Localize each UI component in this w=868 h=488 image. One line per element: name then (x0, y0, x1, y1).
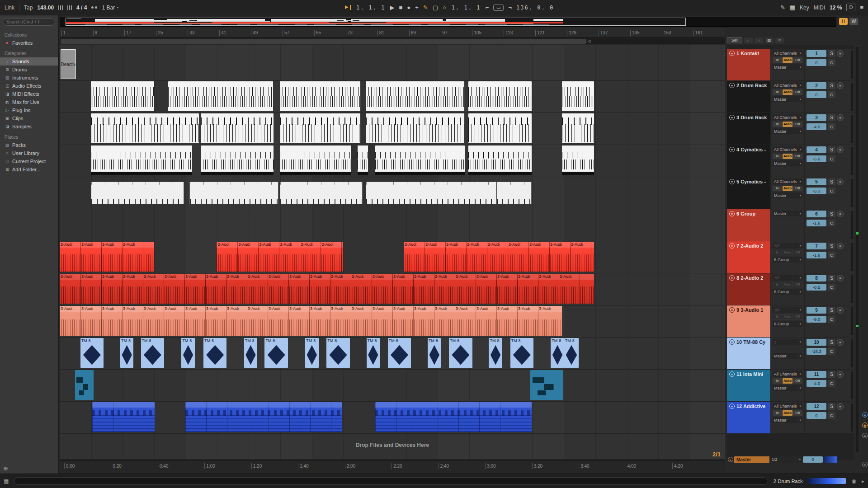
track-name-cell[interactable]: ▾12 Addictive (727, 402, 770, 433)
monitor-off-button[interactable]: Off (793, 410, 802, 416)
arm-button[interactable]: ● (837, 403, 844, 410)
stop-button[interactable]: ■ (399, 4, 402, 11)
monitor-off-button[interactable]: Off (793, 378, 802, 384)
record-button[interactable]: ● (407, 4, 410, 11)
routing-menu[interactable]: All Channels▾ (773, 371, 802, 377)
master-unfold-icon[interactable]: ▸ (728, 457, 733, 462)
loop-button[interactable]: ▭ (493, 5, 504, 11)
nudge-down-button[interactable] (58, 5, 63, 10)
track-header-row-8[interactable]: ▾8 2-Audio 21/2▾InAutoOff6-Group▾8S●-0.5… (727, 273, 854, 305)
monitor-auto-button[interactable]: Auto (783, 250, 792, 255)
track-name-cell[interactable]: ▾4 Cymatics - (727, 145, 770, 177)
unfold-icon[interactable]: ▾ (729, 83, 735, 88)
monitor-auto-button[interactable]: Auto (783, 122, 792, 127)
pan-field[interactable]: C (828, 316, 835, 323)
follow-icon[interactable] (345, 5, 352, 10)
track-lane-8[interactable]: 2-Audi2-Audi2-Audi2-Audi2-Audi2-Audi2-Au… (60, 273, 725, 305)
clip[interactable]: TM-8 (489, 338, 502, 368)
unfold-icon[interactable]: ▾ (729, 275, 735, 281)
arm-button[interactable]: ● (837, 211, 844, 217)
nudge-up-button[interactable] (67, 5, 72, 10)
monitor-in-button[interactable]: In (773, 57, 782, 63)
arm-button[interactable]: ● (837, 307, 844, 314)
track-name-cell[interactable]: ▾7 2-Audio 2 (727, 241, 770, 273)
track-name-cell[interactable]: ▾6 Group (727, 209, 770, 241)
clip[interactable] (562, 145, 594, 175)
master-pan-meter[interactable] (824, 456, 837, 463)
track-activator-button[interactable]: 8 (807, 275, 826, 282)
monitor-in-button[interactable]: In (773, 122, 782, 127)
search-input[interactable] (3, 18, 55, 26)
sidebar-item-user-library[interactable]: ○User Library (0, 149, 58, 157)
volume-field[interactable]: 0 (807, 91, 826, 98)
solo-button[interactable]: S (828, 178, 835, 185)
monitor-off-button[interactable]: Off (793, 154, 802, 159)
clip[interactable] (468, 113, 532, 143)
monitor-in-button[interactable]: In (773, 410, 782, 416)
clip[interactable]: TM-8 (244, 338, 257, 368)
monitor-auto-button[interactable]: Auto (783, 186, 792, 191)
clip[interactable] (358, 145, 368, 175)
routing-menu[interactable]: All Channels▾ (773, 403, 802, 409)
sidebar-item-clips[interactable]: ▣Clips (0, 114, 58, 122)
track-activator-button[interactable]: 1 (807, 50, 826, 57)
unfold-icon[interactable]: ▾ (729, 339, 735, 345)
solo-button[interactable]: S (828, 82, 835, 89)
clip[interactable] (366, 81, 464, 111)
clip[interactable]: TM-8 (510, 338, 534, 368)
clip[interactable]: TM-8 (141, 338, 165, 368)
clip[interactable]: TM-8 (367, 338, 380, 368)
routing-menu[interactable]: Master▾ (773, 128, 802, 134)
clip[interactable] (91, 113, 198, 143)
track-header-row-3[interactable]: ▾3 Drum RackAll Channels▾InAutoOffMaster… (727, 113, 854, 145)
monitor-auto-button[interactable]: Auto (783, 378, 792, 384)
scroll-handle[interactable] (61, 39, 586, 44)
clip[interactable]: TM-8 (326, 338, 350, 368)
track-lane-9[interactable]: 3-Audi3-Audi3-Audi3-Audi3-Audi3-Audi3-Au… (60, 305, 725, 338)
track-activator-button[interactable]: 11 (807, 371, 826, 378)
clip[interactable] (189, 182, 278, 204)
automation-arm-icon[interactable]: ✎ (780, 4, 785, 11)
arm-button[interactable]: ● (837, 146, 844, 153)
hide-button[interactable]: H (839, 18, 848, 25)
unfold-icon[interactable]: ▾ (729, 371, 735, 377)
clip[interactable] (91, 182, 184, 204)
monitor-in-button[interactable]: In (773, 282, 782, 287)
routing-menu[interactable]: 1/2▾ (773, 307, 802, 313)
routing-menu[interactable]: Master▾ (773, 417, 802, 423)
routing-menu[interactable]: 6-Group▾ (773, 321, 802, 327)
track-name-cell[interactable]: ▾1 Kontakt (727, 49, 770, 80)
monitor-auto-button[interactable]: Auto (783, 57, 792, 63)
routing-menu[interactable]: Master▾ (773, 211, 802, 216)
clip[interactable]: 2-Audi2-Audi2-Audi2-Audi2-Audi2-Audi2-Au… (60, 274, 594, 304)
master-track-row[interactable]: ▸ Master 1/2 ▾ 0 (727, 455, 854, 464)
volume-field[interactable]: -1.6 (807, 220, 826, 226)
status-circle-icon[interactable]: ◉ (851, 478, 856, 484)
arm-button[interactable]: ● (837, 114, 844, 121)
forward-icon[interactable]: → (755, 38, 763, 43)
solo-button[interactable]: S (828, 307, 835, 314)
sends-show-icon[interactable]: ◉ (862, 422, 868, 428)
routing-menu[interactable]: Master▾ (773, 64, 802, 70)
key-map-button[interactable]: Key (800, 5, 809, 11)
pan-field[interactable]: C (828, 220, 835, 226)
tap-tempo-button[interactable]: Tap (24, 5, 33, 11)
wide-button[interactable]: W (849, 18, 858, 25)
volume-field[interactable]: -5.0 (807, 155, 826, 162)
time-ruler[interactable]: 0:000:200:401:001:201:402:002:202:403:00… (60, 460, 725, 472)
clip[interactable]: TM-8 (551, 338, 564, 368)
pan-field[interactable]: C (828, 155, 835, 162)
pan-field[interactable]: C (828, 380, 835, 387)
monitor-off-button[interactable]: Off (793, 314, 802, 319)
status-input[interactable] (14, 477, 768, 485)
clip[interactable]: TM-8 (80, 338, 104, 368)
volume-field[interactable]: -18.3 (807, 348, 826, 355)
monitor-auto-button[interactable]: Auto (783, 282, 792, 287)
clip[interactable]: 2-Audi2-Audi2-Audi2-Audi2-Audi2-Audi2-Au… (404, 242, 594, 272)
track-activator-button[interactable]: 3 (807, 114, 826, 121)
unfold-icon[interactable]: ▾ (729, 115, 735, 120)
track-lane-2[interactable] (60, 81, 725, 113)
grid-icon[interactable]: ▦ (765, 38, 774, 43)
solo-button[interactable]: S (828, 243, 835, 249)
monitor-in-button[interactable]: In (773, 314, 782, 319)
